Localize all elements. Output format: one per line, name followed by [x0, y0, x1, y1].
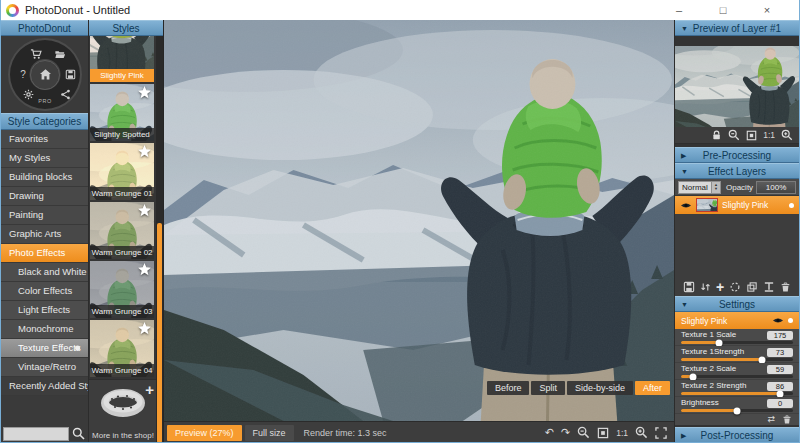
- category-item-graphic-arts[interactable]: Graphic Arts: [1, 225, 88, 244]
- effect-layer-row[interactable]: Slightly Pink: [675, 196, 799, 214]
- star-icon: [137, 144, 152, 159]
- category-item-light-effects[interactable]: Light Effects: [1, 301, 88, 320]
- style-item-warm-grunge-04[interactable]: Warm Grunge 04: [90, 320, 154, 377]
- style-item-warm-grunge-03[interactable]: Warm Grunge 03: [90, 261, 154, 318]
- search-icon[interactable]: [72, 427, 85, 440]
- preview-layer-header[interactable]: ▼Preview of Layer #1: [675, 20, 799, 36]
- compare-button-split[interactable]: Split: [531, 381, 565, 395]
- slider-track[interactable]: [681, 392, 793, 395]
- settings-gear-icon[interactable]: [23, 89, 35, 101]
- delete-settings-icon[interactable]: [782, 414, 792, 425]
- category-item-monochrome[interactable]: Monochrome: [1, 320, 88, 339]
- compare-button-after[interactable]: After: [635, 381, 670, 395]
- category-item-my-styles[interactable]: My Styles: [1, 149, 88, 168]
- reset-settings-icon[interactable]: ⇄: [767, 415, 775, 424]
- undo-icon[interactable]: ↶: [545, 427, 554, 438]
- menu-wheel[interactable]: ? PRO: [8, 38, 82, 111]
- slider-handle[interactable]: [776, 390, 783, 397]
- preview-fit-icon[interactable]: [746, 130, 757, 141]
- refresh-layers-icon[interactable]: [700, 281, 711, 293]
- zoom-out-icon[interactable]: [577, 426, 590, 439]
- mask-circle-icon[interactable]: [729, 281, 741, 293]
- category-item-building-blocks[interactable]: Building blocks: [1, 168, 88, 187]
- category-item-vintage-retro[interactable]: Vintage/Retro: [1, 358, 88, 377]
- open-file-icon[interactable]: [54, 48, 66, 60]
- photodonut-panel-title: PhotoDonut: [18, 23, 71, 34]
- add-layer-button[interactable]: +: [716, 280, 724, 294]
- preview-toolbar: 1:1: [675, 127, 799, 144]
- slider-value[interactable]: 175: [767, 331, 793, 340]
- preview-zoom-in-icon[interactable]: [781, 129, 793, 141]
- slider-track[interactable]: [681, 375, 793, 378]
- styles-scrollbar-thumb[interactable]: [157, 223, 162, 443]
- redo-icon[interactable]: ↷: [561, 427, 570, 438]
- styles-scrollbar[interactable]: [156, 36, 163, 443]
- compare-button-before[interactable]: Before: [487, 381, 530, 395]
- preview-mode-button[interactable]: Preview (27%): [167, 425, 242, 441]
- post-processing-header[interactable]: ▶Post-Processing: [675, 427, 799, 443]
- opacity-field[interactable]: 100%: [756, 181, 796, 194]
- duplicate-layer-icon[interactable]: [746, 281, 758, 293]
- slider-value[interactable]: 0: [767, 399, 793, 408]
- shop-cart-icon[interactable]: [30, 48, 42, 60]
- style-search-input[interactable]: [3, 427, 69, 441]
- blend-mode-spinner[interactable]: ▲▼: [711, 182, 720, 193]
- preview-zoom-out-icon[interactable]: [728, 129, 740, 141]
- category-item-drawing[interactable]: Drawing: [1, 187, 88, 206]
- lock-icon[interactable]: [711, 129, 722, 141]
- minimize-button[interactable]: –: [657, 0, 701, 20]
- slider-handle[interactable]: [758, 356, 765, 363]
- share-icon[interactable]: [60, 89, 72, 101]
- slider-handle[interactable]: [690, 373, 697, 380]
- compare-button-side-by-side[interactable]: Side-by-side: [567, 381, 633, 395]
- full-size-button[interactable]: Full size: [245, 425, 294, 441]
- blend-mode-select[interactable]: Normal ▲▼: [678, 181, 721, 194]
- preview-1to1-button[interactable]: 1:1: [763, 130, 775, 140]
- category-item-painting[interactable]: Painting: [1, 206, 88, 225]
- slider-fill: [681, 341, 719, 344]
- category-item-favorites[interactable]: Favorites: [1, 130, 88, 149]
- canvas-image[interactable]: BeforeSplitSide-by-sideAfter: [164, 20, 674, 421]
- slider-handle[interactable]: [716, 339, 723, 346]
- slider-value[interactable]: 73: [767, 348, 793, 357]
- category-item-recently-added-styles[interactable]: Recently Added Styles: [1, 377, 88, 396]
- flatten-layers-icon[interactable]: [763, 281, 775, 293]
- category-item-color-effects[interactable]: Color Effects: [1, 282, 88, 301]
- style-item-warm-grunge-02[interactable]: Warm Grunge 02: [90, 202, 154, 259]
- slider-track[interactable]: [681, 358, 793, 361]
- save-icon[interactable]: [65, 69, 77, 81]
- shop-tile[interactable]: + More in the shop!: [89, 379, 163, 443]
- category-item-black-and-white[interactable]: Black and White: [1, 263, 88, 282]
- effect-layers-header[interactable]: ▼Effect Layers: [675, 163, 799, 179]
- style-item-warm-grunge-01[interactable]: Warm Grunge 01: [90, 143, 154, 200]
- slider-handle[interactable]: [734, 407, 741, 414]
- help-icon[interactable]: ?: [17, 69, 29, 81]
- styles-title: Styles: [112, 23, 139, 34]
- delete-layer-icon[interactable]: [780, 281, 791, 293]
- settings-eye-icon[interactable]: [772, 316, 784, 325]
- slider-value[interactable]: 59: [767, 365, 793, 374]
- style-item-slightly-pink[interactable]: Slightly Pink: [90, 36, 154, 82]
- category-item-photo-effects[interactable]: Photo Effects: [1, 244, 88, 263]
- fit-to-screen-icon[interactable]: [597, 427, 609, 439]
- slider-track[interactable]: [681, 409, 793, 412]
- category-label: Graphic Arts: [9, 228, 61, 239]
- pre-processing-header[interactable]: ▶Pre-Processing: [675, 147, 799, 163]
- maximize-button[interactable]: □: [701, 0, 745, 20]
- fullscreen-icon[interactable]: [655, 427, 667, 439]
- zoom-in-icon[interactable]: [635, 426, 648, 439]
- preview-layer-title: Preview of Layer #1: [693, 23, 781, 34]
- category-label: Black and White: [18, 266, 87, 277]
- slider-track[interactable]: [681, 341, 793, 344]
- save-layers-icon[interactable]: [683, 281, 695, 293]
- zoom-1to1-button[interactable]: 1:1: [616, 428, 628, 438]
- category-item-texture-effects[interactable]: Texture Effects: [1, 339, 88, 358]
- close-button[interactable]: ×: [745, 0, 789, 20]
- style-categories-header: Style Categories: [1, 113, 88, 130]
- home-button[interactable]: [30, 60, 60, 90]
- settings-header[interactable]: ▼Settings: [675, 296, 799, 312]
- canvas-area: BeforeSplitSide-by-sideAfter Preview (27…: [164, 20, 674, 443]
- layer-visibility-eye-icon[interactable]: [680, 201, 692, 210]
- style-item-slightly-spotted[interactable]: Slightly Spotted: [90, 84, 154, 141]
- settings-style-row[interactable]: Slightly Pink: [675, 312, 799, 329]
